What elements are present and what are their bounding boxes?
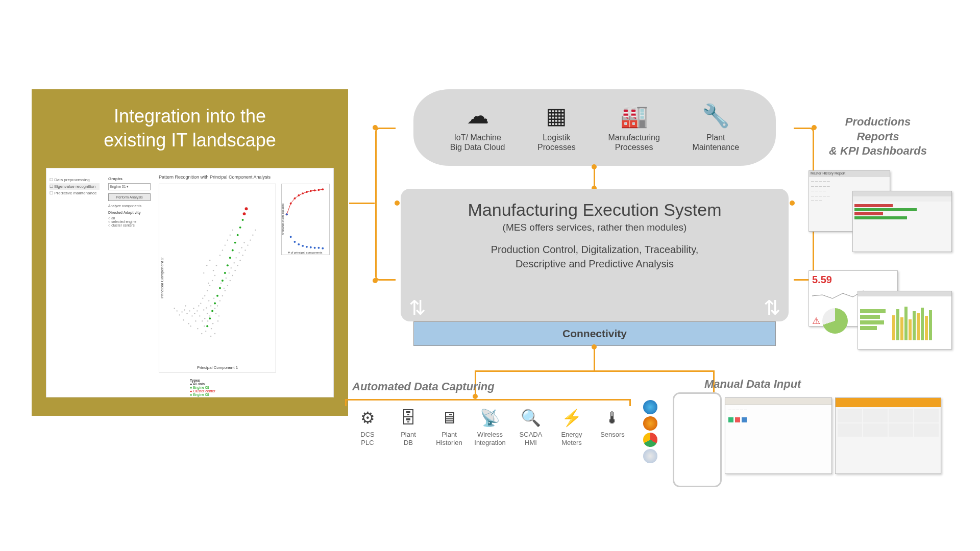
svg-point-76 — [206, 265, 207, 266]
svg-point-88 — [211, 310, 213, 312]
svg-point-72 — [230, 234, 231, 235]
connector-dot — [373, 278, 378, 283]
connector-dot — [373, 125, 378, 130]
svg-point-42 — [242, 255, 243, 256]
auto-row: ⚙DCSPLC 🗄PlantDB 🖥PlantHistorien 📡Wirele… — [347, 408, 633, 447]
connectivity-bar: Connectivity — [413, 321, 776, 346]
scatter-legend: Types ● All data ● Engine 08 ● Cluster c… — [190, 379, 215, 396]
svg-text:% variance of data explained: % variance of data explained — [282, 203, 284, 235]
svg-point-90 — [216, 294, 218, 296]
svg-point-13 — [208, 300, 209, 301]
svg-point-112 — [314, 189, 316, 191]
svg-point-26 — [207, 320, 208, 321]
connector-line — [349, 203, 375, 204]
bracket-left — [375, 128, 396, 281]
shelves-icon: ▦ — [537, 103, 576, 130]
svg-point-16 — [215, 313, 216, 314]
svg-point-96 — [232, 249, 234, 251]
ss-section-label2: Directed Adaptivity — [108, 211, 151, 214]
kpi-value: 5.59 — [812, 274, 894, 286]
ss-nav-item: ☐ Eigenvalue recognition — [50, 183, 100, 190]
connector-dot — [473, 394, 478, 399]
svg-point-86 — [206, 325, 208, 327]
svg-point-106 — [290, 202, 292, 204]
svg-point-35 — [212, 280, 213, 281]
svg-point-113 — [317, 189, 320, 191]
svg-point-120 — [306, 245, 308, 247]
cloud-layer: ☁IoT/ MachineBig Data Cloud ▦LogistikPro… — [413, 89, 776, 166]
svg-point-59 — [234, 262, 235, 263]
svg-point-101 — [243, 212, 246, 215]
svg-point-119 — [302, 245, 304, 247]
svg-point-53 — [181, 311, 182, 312]
svg-point-108 — [298, 194, 300, 196]
svg-point-61 — [197, 328, 198, 329]
ss-nav-item: ☐ Predictive maintenance — [50, 190, 100, 196]
svg-point-82 — [235, 257, 236, 258]
svg-point-71 — [227, 239, 228, 240]
ss-panel-title: Graphs — [108, 177, 151, 181]
svg-point-85 — [243, 242, 244, 243]
svg-point-2 — [207, 313, 208, 314]
svg-point-0 — [209, 315, 210, 316]
warning-icon: ⚠ — [812, 315, 820, 327]
svg-point-24 — [200, 303, 201, 304]
svg-point-27 — [212, 323, 213, 324]
perform-analysis-button: Perform Analysis — [108, 193, 151, 201]
svg-point-29 — [204, 325, 205, 327]
ss-nav-item: ☐ Data preprocessing — [50, 177, 100, 183]
svg-point-9 — [225, 290, 226, 291]
connector-dot — [592, 344, 597, 349]
gear-icon: ⚙ — [347, 408, 388, 428]
right-title: ProductionsReports& KPI Dashboards — [812, 115, 944, 159]
svg-point-109 — [302, 192, 304, 194]
factory-icon: 🏭 — [608, 103, 659, 130]
svg-point-95 — [229, 257, 231, 259]
auto-dcs: ⚙DCSPLC — [347, 408, 388, 447]
dashboard-mockup-2 — [835, 397, 941, 474]
thermometer-icon: 🌡 — [592, 408, 633, 428]
svg-point-62 — [209, 260, 210, 261]
svg-point-36 — [214, 274, 215, 276]
svg-point-117 — [293, 241, 296, 243]
svg-point-19 — [227, 285, 228, 286]
manual-input-title: Manual Data Input — [704, 378, 801, 391]
svg-point-92 — [222, 280, 224, 282]
svg-point-21 — [194, 313, 195, 314]
connector-line — [475, 370, 715, 372]
svg-point-64 — [250, 239, 251, 240]
svg-point-54 — [244, 249, 246, 251]
svg-point-70 — [252, 234, 253, 235]
phone-mockup — [673, 392, 722, 487]
auto-scada: 🔍SCADAHMI — [510, 408, 551, 447]
left-title: Integration into the existing IT landsca… — [46, 105, 334, 153]
auto-wireless: 📡WirelessIntegration — [470, 408, 510, 447]
svg-point-123 — [317, 246, 320, 248]
svg-point-18 — [197, 310, 198, 311]
svg-point-33 — [189, 310, 190, 311]
svg-point-58 — [231, 267, 232, 268]
svg-point-6 — [203, 309, 204, 310]
database-icon: 🗄 — [388, 408, 429, 428]
svg-point-12 — [210, 305, 211, 306]
svg-point-4 — [204, 318, 205, 319]
svg-point-8 — [202, 320, 203, 321]
variance-line-chart: # of principal components % variance of … — [281, 184, 330, 255]
svg-point-89 — [214, 302, 216, 304]
svg-text:Principal Component 1: Principal Component 1 — [197, 365, 238, 370]
svg-point-55 — [247, 244, 248, 245]
mes-title: Manufacturing Execution System — [416, 200, 773, 220]
mes-body: Production Control, Digitalization, Trac… — [416, 242, 773, 271]
auto-plantdb: 🗄PlantDB — [388, 408, 429, 447]
svg-point-74 — [255, 229, 256, 230]
svg-point-37 — [207, 290, 208, 291]
svg-point-100 — [242, 219, 244, 221]
meter-icon: ⚡ — [551, 408, 592, 428]
mes-box: Manufacturing Execution System (MES offe… — [401, 189, 789, 321]
ss-radio: ○ cluster centers — [108, 223, 151, 227]
svg-point-57 — [229, 272, 230, 273]
svg-point-87 — [209, 317, 211, 319]
svg-point-78 — [210, 335, 211, 336]
bar-chart-card — [857, 291, 952, 349]
svg-point-30 — [235, 270, 236, 271]
